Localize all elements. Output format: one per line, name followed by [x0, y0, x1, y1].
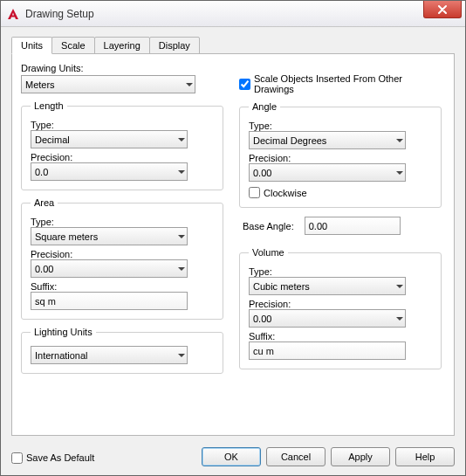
length-precision-label: Precision: — [31, 152, 214, 162]
length-precision-select[interactable]: 0.0 — [31, 162, 188, 181]
length-type-label: Type: — [31, 120, 214, 130]
tab-display[interactable]: Display — [149, 37, 200, 54]
lighting-select[interactable]: International — [31, 346, 188, 364]
angle-type-label: Type: — [249, 121, 432, 131]
lighting-legend: Lighting Units — [31, 327, 96, 337]
scale-objects-label: Scale Objects Inserted From Other Drawin… — [254, 73, 442, 94]
apply-button[interactable]: Apply — [331, 447, 390, 466]
angle-precision-label: Precision: — [249, 153, 432, 163]
area-precision-select[interactable]: 0.00 — [31, 259, 188, 278]
area-legend: Area — [31, 197, 58, 208]
area-suffix-label: Suffix: — [31, 281, 214, 292]
app-icon — [6, 7, 20, 21]
right-column: Scale Objects Inserted From Other Drawin… — [239, 61, 442, 377]
area-suffix-input[interactable] — [31, 292, 188, 310]
length-legend: Length — [31, 100, 67, 111]
cancel-button[interactable]: Cancel — [266, 447, 326, 466]
volume-suffix-label: Suffix: — [249, 331, 432, 341]
save-default-checkbox[interactable] — [11, 452, 23, 464]
volume-type-select[interactable]: Cubic meters — [249, 277, 406, 295]
lighting-group: Lighting Units International — [21, 327, 223, 374]
volume-precision-select[interactable]: 0.00 — [249, 309, 406, 328]
tab-units[interactable]: Units — [11, 37, 52, 54]
ok-button[interactable]: OK — [202, 447, 261, 466]
tab-bar: Units Scale Layering Display — [11, 36, 455, 54]
volume-type-label: Type: — [249, 266, 432, 277]
volume-group: Volume Type: Cubic meters Precision: 0.0… — [239, 247, 442, 369]
tab-layering[interactable]: Layering — [94, 37, 150, 54]
clockwise-label: Clockwise — [264, 188, 307, 198]
base-angle-label: Base Angle: — [243, 221, 294, 231]
length-type-select[interactable]: Decimal — [31, 130, 188, 148]
volume-legend: Volume — [249, 247, 288, 258]
dialog-window: Drawing Setup Units Scale Layering Displ… — [0, 0, 466, 476]
area-type-label: Type: — [31, 217, 214, 227]
volume-precision-label: Precision: — [249, 299, 432, 309]
area-type-select[interactable]: Square meters — [31, 227, 188, 245]
save-default-label: Save As Default — [26, 452, 94, 463]
length-group: Length Type: Decimal Precision: 0.0 — [21, 100, 223, 190]
area-precision-label: Precision: — [31, 249, 214, 259]
scale-objects-checkbox[interactable] — [239, 79, 250, 90]
angle-precision-select[interactable]: 0.00 — [249, 163, 406, 182]
tab-scale[interactable]: Scale — [51, 37, 95, 54]
close-button[interactable] — [423, 1, 462, 18]
tab-panel-units: Drawing Units: Meters Length Type: Decim… — [11, 53, 455, 436]
base-angle-input[interactable] — [305, 217, 401, 235]
titlebar: Drawing Setup — [1, 1, 465, 27]
left-column: Drawing Units: Meters Length Type: Decim… — [21, 61, 223, 377]
volume-suffix-input[interactable] — [249, 341, 406, 360]
drawing-units-label: Drawing Units: — [21, 63, 223, 73]
dialog-footer: Save As Default OK Cancel Apply Help — [11, 447, 455, 466]
drawing-units-select[interactable]: Meters — [21, 75, 195, 93]
angle-type-select[interactable]: Decimal Degrees — [249, 131, 406, 149]
help-button[interactable]: Help — [395, 447, 455, 466]
angle-legend: Angle — [249, 101, 280, 112]
window-title: Drawing Setup — [25, 8, 94, 20]
dialog-body: Units Scale Layering Display Drawing Uni… — [1, 27, 465, 475]
angle-group: Angle Type: Decimal Degrees Precision: 0… — [239, 101, 442, 208]
clockwise-checkbox[interactable] — [249, 187, 260, 198]
area-group: Area Type: Square meters Precision: 0.00 — [21, 197, 223, 320]
